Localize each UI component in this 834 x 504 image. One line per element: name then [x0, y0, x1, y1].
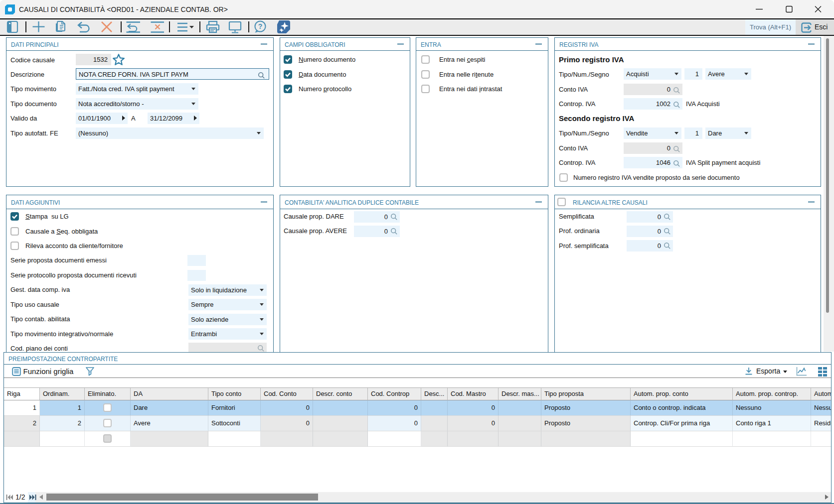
svg-text:T: T [89, 370, 91, 374]
svg-text:?: ? [258, 22, 263, 30]
